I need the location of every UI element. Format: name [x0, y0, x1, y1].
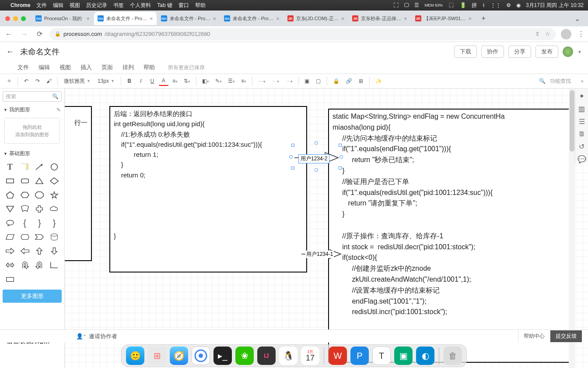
- dock-launchpad-icon[interactable]: ⊞: [148, 347, 166, 365]
- dock-qq-icon[interactable]: 🐧: [279, 347, 298, 365]
- style-picker-icon[interactable]: ✧: [4, 77, 14, 85]
- dock-p-app-icon[interactable]: P: [350, 347, 369, 365]
- collaborate-button[interactable]: 协作: [481, 46, 504, 58]
- mac-menu-profile[interactable]: 个人资料: [130, 2, 151, 9]
- octagon-shape[interactable]: [33, 189, 46, 201]
- mac-menu-bookmarks[interactable]: 书签: [113, 2, 124, 9]
- menu-page[interactable]: 页面: [102, 64, 113, 71]
- back-button[interactable]: ←: [4, 30, 14, 38]
- dock-screenshot-icon[interactable]: ▣: [394, 347, 413, 365]
- arrow-left-shape[interactable]: [18, 245, 32, 257]
- collapse-panel-icon[interactable]: »: [581, 78, 584, 84]
- dock-wechat-icon[interactable]: ❀: [235, 347, 254, 365]
- mem-indicator[interactable]: MEM 63%: [424, 4, 443, 7]
- speech-shape[interactable]: [4, 217, 17, 229]
- lock-button[interactable]: 🔒: [331, 77, 342, 85]
- wifi-extra-icon[interactable]: ☰: [414, 2, 419, 8]
- layers-icon[interactable]: ▥: [578, 105, 585, 113]
- navigator-icon[interactable]: ✦: [579, 92, 584, 100]
- browser-tab[interactable]: JD【JEEPJP-SW01…×: [412, 12, 476, 25]
- diagram-canvas[interactable]: 行一 后端：返回秒杀结果的接口 int getResult(long uid,l…: [65, 88, 588, 368]
- underline-button[interactable]: U: [147, 77, 157, 85]
- arrow-end-button[interactable]: →▾: [283, 77, 295, 85]
- menu-arrange[interactable]: 排列: [122, 64, 134, 71]
- connector-label-1[interactable]: 用户1234-2: [298, 154, 329, 163]
- address-bar[interactable]: 🔒 processon.com/diagraming/6232907963768…: [49, 28, 556, 40]
- share-icon[interactable]: ⇧: [535, 31, 540, 37]
- bracket-shape[interactable]: }: [48, 217, 61, 229]
- brace-left-shape[interactable]: {: [18, 217, 32, 229]
- parallelogram-shape[interactable]: [4, 231, 17, 243]
- browser-tab[interactable]: On未命名文件 - Pro…×: [220, 12, 283, 25]
- siri-icon[interactable]: ◉: [516, 2, 521, 8]
- tab-close-icon[interactable]: ×: [150, 15, 153, 22]
- shape-search-input[interactable]: 搜索🔍: [3, 91, 62, 102]
- border-style-button[interactable]: ☰▾: [226, 77, 237, 85]
- mac-menu-edit[interactable]: 编辑: [53, 2, 63, 9]
- ime-icon[interactable]: 拼: [472, 2, 477, 9]
- arrow-down-shape[interactable]: [48, 245, 61, 257]
- download-button[interactable]: 下载: [454, 46, 477, 58]
- more-shapes-button[interactable]: 更多图形: [3, 290, 62, 303]
- hexagon2-shape[interactable]: [18, 231, 32, 243]
- browser-tab[interactable]: JD京东秒杀-正品保…×: [349, 12, 410, 25]
- wifi-icon[interactable]: ⋮⋮: [490, 2, 501, 8]
- mac-app-name[interactable]: Chrome: [10, 2, 30, 8]
- control-center-icon[interactable]: ⚙: [506, 2, 511, 8]
- my-shapes-header[interactable]: ▼ 我的图形 ✎: [0, 104, 64, 115]
- dock-dingtalk-icon[interactable]: ◐: [416, 347, 434, 365]
- history-icon[interactable]: ↺: [579, 142, 584, 151]
- headphones-icon[interactable]: 🎧: [448, 2, 455, 8]
- diagram-node-partial[interactable]: 行一: [65, 106, 92, 261]
- tab-close-icon[interactable]: ×: [213, 15, 216, 22]
- align-button[interactable]: ≡▾: [170, 77, 180, 85]
- diagram-node-miaosha[interactable]: static Map<String,String> endFlag = new …: [328, 109, 573, 363]
- roundrect-shape[interactable]: [18, 175, 32, 187]
- edit-shapes-icon[interactable]: ✎: [56, 107, 61, 113]
- card-shape[interactable]: [4, 273, 17, 285]
- search-hint[interactable]: 功能查找: [550, 78, 571, 85]
- diamond-shape[interactable]: [48, 175, 61, 187]
- back-arrow-icon[interactable]: ←: [6, 47, 14, 57]
- note-shape[interactable]: [18, 161, 32, 173]
- uturn-shape[interactable]: [18, 259, 32, 271]
- mac-menu-history[interactable]: 历史记录: [86, 2, 107, 9]
- format-paint-icon[interactable]: 🖌: [44, 77, 54, 85]
- fill-color-button[interactable]: ◧▾: [200, 77, 211, 85]
- dock-intellij-icon[interactable]: IJ: [257, 347, 276, 365]
- display-icon[interactable]: 🖵: [404, 2, 409, 8]
- mac-menu-view[interactable]: 视图: [70, 2, 80, 9]
- share-button[interactable]: 分享: [508, 46, 531, 58]
- fan-shape[interactable]: [18, 203, 32, 215]
- dock-calendar-icon[interactable]: 3月17: [301, 347, 319, 365]
- group-button[interactable]: ⊞: [356, 77, 366, 85]
- redo-button[interactable]: ↷: [33, 77, 42, 85]
- text-color-button[interactable]: A: [159, 76, 168, 86]
- vertical-scrollbar[interactable]: [569, 88, 575, 368]
- page-icon[interactable]: 🗎: [578, 130, 585, 138]
- menu-insert[interactable]: 插入: [80, 64, 92, 71]
- bold-button[interactable]: B: [125, 77, 134, 85]
- text-shape[interactable]: T: [4, 161, 17, 173]
- feedback-button[interactable]: 提交反馈: [550, 330, 582, 342]
- new-tab-button[interactable]: +: [478, 13, 489, 24]
- invtriangle-shape[interactable]: [4, 203, 17, 215]
- undo-button[interactable]: ↶: [21, 77, 31, 85]
- arrow-start-button[interactable]: ←▾: [270, 77, 281, 85]
- connector-label-2[interactable]: 用户1234-1: [305, 251, 334, 258]
- border-color-button[interactable]: ✎▾: [213, 77, 224, 85]
- arrow-right-shape[interactable]: [4, 245, 17, 257]
- menu-help[interactable]: 帮助: [144, 64, 155, 71]
- dock-safari-icon[interactable]: 🧭: [170, 347, 188, 365]
- tab-close-icon[interactable]: ×: [341, 15, 345, 22]
- mac-menu-window[interactable]: 窗口: [178, 2, 189, 9]
- basic-shapes-header[interactable]: ▼ 基础图形: [0, 148, 64, 159]
- reload-button[interactable]: ⟳: [35, 30, 44, 38]
- star-shape[interactable]: [48, 189, 61, 201]
- connector-button[interactable]: —▾: [256, 77, 268, 85]
- corner-shape[interactable]: [48, 259, 61, 271]
- outline-icon[interactable]: ☰: [579, 117, 585, 126]
- chevron-shape[interactable]: [33, 231, 46, 243]
- clock[interactable]: 3月17日 周四 上午 10:32: [526, 2, 584, 9]
- pentagon-shape[interactable]: [4, 189, 17, 201]
